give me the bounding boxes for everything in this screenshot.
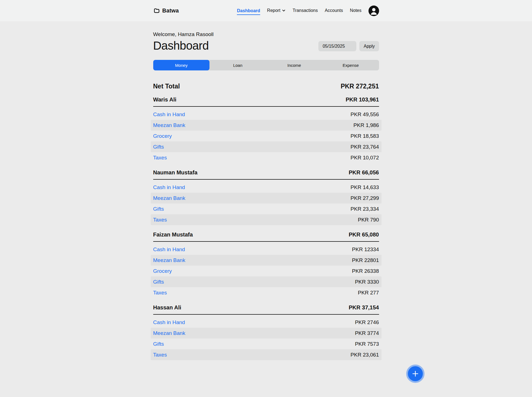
holder-name: Nauman Mustafa (153, 169, 198, 176)
plus-icon (411, 370, 419, 378)
dashboard-main: Welcome, Hamza Rasooll Dashboard Apply M… (153, 31, 379, 360)
account-row: GiftsPKR 3330 (151, 276, 382, 287)
apply-button[interactable]: Apply (359, 41, 379, 51)
nav-menu: DashboardReportTransactionsAccountsNotes (237, 6, 379, 16)
account-row: TaxesPKR 277 (151, 287, 382, 298)
account-link[interactable]: Gifts (153, 341, 164, 347)
account-amount: PKR 23,764 (351, 144, 379, 150)
account-link[interactable]: Cash in Hand (153, 184, 185, 190)
brand[interactable]: Batwa (153, 7, 179, 14)
top-nav: Batwa DashboardReportTransactionsAccount… (0, 0, 532, 21)
nav-item-dashboard[interactable]: Dashboard (237, 8, 260, 15)
section-header: Faizan MustafaPKR 65,080 (153, 231, 379, 242)
account-link[interactable]: Meezan Bank (153, 195, 185, 201)
account-amount: PKR 26338 (352, 268, 379, 274)
account-row: GiftsPKR 23,334 (151, 203, 382, 214)
account-amount: PKR 23,334 (351, 206, 379, 212)
tab-income[interactable]: Income (266, 60, 323, 70)
nav-item-label: Dashboard (237, 8, 260, 13)
account-row: TaxesPKR 790 (151, 214, 382, 225)
account-amount: PKR 23,061 (351, 352, 379, 358)
account-link[interactable]: Taxes (153, 217, 167, 223)
account-link[interactable]: Meezan Bank (153, 330, 185, 336)
account-link[interactable]: Meezan Bank (153, 122, 185, 128)
wallet-logo-icon (153, 7, 160, 14)
account-amount: PKR 18,583 (351, 133, 379, 139)
account-rows: Cash in HandPKR 12334Meezan BankPKR 2280… (153, 244, 379, 298)
nav-item-transactions[interactable]: Transactions (293, 8, 318, 14)
account-amount: PKR 14,633 (351, 184, 379, 190)
page-title: Dashboard (153, 40, 209, 52)
holder-total: PKR 103,961 (346, 96, 379, 103)
account-amount: PKR 277 (358, 290, 379, 296)
account-row: GiftsPKR 7573 (151, 339, 382, 349)
add-fab[interactable] (406, 365, 424, 383)
account-amount: PKR 10,072 (351, 155, 379, 161)
account-sections: Waris AliPKR 103,961Cash in HandPKR 49,5… (153, 96, 379, 360)
account-link[interactable]: Cash in Hand (153, 319, 185, 325)
account-row: TaxesPKR 10,072 (151, 152, 382, 163)
holder-total: PKR 37,154 (349, 304, 379, 311)
account-row: Meezan BankPKR 22801 (151, 255, 382, 266)
account-row: GroceryPKR 18,583 (151, 131, 382, 141)
account-link[interactable]: Gifts (153, 144, 164, 150)
account-holder-section: Waris AliPKR 103,961Cash in HandPKR 49,5… (153, 96, 379, 163)
nav-item-report[interactable]: Report (267, 8, 286, 14)
account-holder-section: Hassan AliPKR 37,154Cash in HandPKR 2746… (153, 304, 379, 360)
date-input[interactable] (318, 41, 356, 51)
account-link[interactable]: Gifts (153, 279, 164, 285)
net-total-label: Net Total (153, 83, 180, 90)
section-header: Waris AliPKR 103,961 (153, 96, 379, 107)
account-row: Cash in HandPKR 49,556 (151, 109, 382, 120)
account-row: GiftsPKR 23,764 (151, 141, 382, 152)
account-link[interactable]: Cash in Hand (153, 246, 185, 253)
holder-name: Waris Ali (153, 96, 177, 103)
account-row: Meezan BankPKR 27,299 (151, 193, 382, 203)
page-header: Dashboard Apply (153, 40, 379, 52)
holder-total: PKR 65,080 (349, 231, 379, 238)
account-amount: PKR 3330 (355, 279, 379, 285)
nav-item-accounts[interactable]: Accounts (325, 8, 343, 14)
holder-name: Faizan Mustafa (153, 231, 193, 238)
account-amount: PKR 3774 (355, 330, 379, 336)
section-header: Nauman MustafaPKR 66,056 (153, 169, 379, 180)
account-rows: Cash in HandPKR 2746Meezan BankPKR 3774G… (153, 317, 379, 360)
welcome-text: Welcome, Hamza Rasooll (153, 31, 379, 37)
account-link[interactable]: Taxes (153, 155, 167, 161)
account-link[interactable]: Gifts (153, 206, 164, 212)
account-link[interactable]: Grocery (153, 133, 172, 139)
account-link[interactable]: Meezan Bank (153, 257, 185, 263)
account-amount: PKR 7573 (355, 341, 379, 347)
account-amount: PKR 12334 (352, 246, 379, 253)
tab-expense[interactable]: Expense (323, 60, 379, 70)
account-amount: PKR 22801 (352, 257, 379, 263)
account-rows: Cash in HandPKR 49,556Meezan BankPKR 1,9… (153, 109, 379, 163)
net-total-row: Net Total PKR 272,251 (153, 83, 379, 90)
user-avatar-icon[interactable] (369, 6, 379, 16)
nav-item-label: Transactions (293, 8, 318, 13)
account-row: GroceryPKR 26338 (151, 266, 382, 276)
tab-money[interactable]: Money (153, 60, 210, 70)
account-row: Cash in HandPKR 14,633 (151, 182, 382, 193)
brand-name: Batwa (162, 7, 179, 14)
account-link[interactable]: Taxes (153, 352, 167, 358)
tab-loan[interactable]: Loan (209, 60, 266, 70)
account-row: Cash in HandPKR 12334 (151, 244, 382, 255)
account-link[interactable]: Taxes (153, 290, 167, 296)
account-row: Cash in HandPKR 2746 (151, 317, 382, 328)
nav-item-label: Notes (350, 8, 362, 13)
chevron-down-icon (282, 9, 286, 12)
holder-name: Hassan Ali (153, 304, 181, 311)
account-amount: PKR 27,299 (351, 195, 379, 201)
nav-item-notes[interactable]: Notes (350, 8, 362, 14)
account-link[interactable]: Cash in Hand (153, 111, 185, 118)
account-row: Meezan BankPKR 1,986 (151, 120, 382, 131)
section-header: Hassan AliPKR 37,154 (153, 304, 379, 315)
account-amount: PKR 49,556 (351, 111, 379, 118)
account-link[interactable]: Grocery (153, 268, 172, 274)
account-amount: PKR 1,986 (354, 122, 379, 128)
account-row: Meezan BankPKR 3774 (151, 328, 382, 339)
nav-item-label: Report (267, 8, 280, 13)
account-holder-section: Faizan MustafaPKR 65,080Cash in HandPKR … (153, 231, 379, 298)
holder-total: PKR 66,056 (349, 169, 379, 176)
